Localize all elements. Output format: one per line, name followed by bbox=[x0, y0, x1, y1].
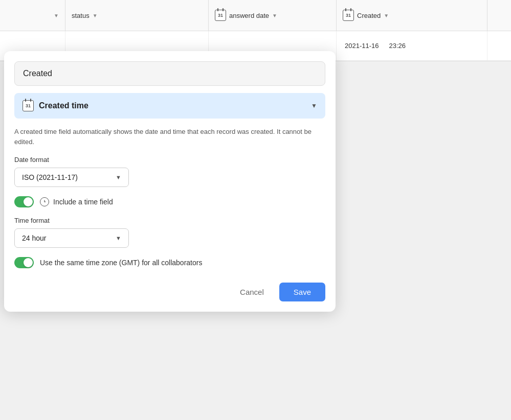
date-format-label: Date format bbox=[14, 156, 325, 164]
calendar-icon: 31 bbox=[343, 10, 354, 21]
time-format-select[interactable]: 24 hour ▼ bbox=[14, 228, 129, 248]
field-settings-modal: 31 Created time ▼ A created time field a… bbox=[4, 51, 336, 312]
timezone-row: Use the same time zone (GMT) for all col… bbox=[14, 257, 325, 268]
cell-created: 2021-11-16 23:26 bbox=[337, 31, 487, 60]
col-status-label: status bbox=[72, 12, 90, 19]
cancel-button[interactable]: Cancel bbox=[230, 283, 274, 301]
col-answered-date-label: answerd date bbox=[229, 12, 269, 19]
clock-icon bbox=[40, 197, 49, 206]
col-header-answered-date[interactable]: 31 answerd date ▼ bbox=[209, 0, 337, 31]
date-format-value: ISO (2021-11-17) bbox=[22, 173, 78, 181]
timezone-toggle[interactable] bbox=[14, 257, 34, 268]
field-name-input[interactable] bbox=[14, 61, 325, 86]
created-time: 23:26 bbox=[389, 42, 406, 50]
chevron-icon: ▼ bbox=[93, 13, 98, 18]
include-time-row: Include a time field bbox=[14, 196, 325, 207]
field-type-left: 31 Created time bbox=[23, 100, 88, 111]
chevron-icon: ▼ bbox=[54, 13, 59, 18]
timezone-label: Use the same time zone (GMT) for all col… bbox=[40, 259, 202, 267]
calendar-icon: 31 bbox=[23, 100, 34, 111]
include-time-toggle[interactable] bbox=[14, 196, 34, 207]
chevron-down-icon: ▼ bbox=[311, 102, 317, 109]
save-button[interactable]: Save bbox=[279, 283, 325, 301]
field-type-selector[interactable]: 31 Created time ▼ bbox=[14, 93, 325, 119]
time-format-value: 24 hour bbox=[22, 234, 46, 242]
created-date: 2021-11-16 bbox=[345, 42, 379, 50]
field-description: A created time field automatically shows… bbox=[14, 127, 325, 147]
col-header-status[interactable]: status ▼ bbox=[65, 0, 209, 31]
col-created-label: Created bbox=[357, 12, 381, 19]
include-time-label: Include a time field bbox=[40, 197, 113, 206]
chevron-icon: ▼ bbox=[384, 13, 389, 18]
col-header-empty[interactable]: ▼ bbox=[0, 0, 65, 31]
calendar-icon: 31 bbox=[215, 10, 226, 21]
chevron-down-icon: ▼ bbox=[116, 174, 121, 180]
button-row: Cancel Save bbox=[14, 277, 325, 301]
date-format-select[interactable]: ISO (2021-11-17) ▼ bbox=[14, 168, 129, 187]
time-format-label: Time format bbox=[14, 217, 325, 224]
table-header: ▼ status ▼ 31 answerd date ▼ 31 Created … bbox=[0, 0, 511, 31]
col-header-created[interactable]: 31 Created ▼ bbox=[337, 0, 487, 31]
chevron-down-icon: ▼ bbox=[116, 235, 121, 241]
chevron-icon: ▼ bbox=[272, 13, 277, 18]
field-type-label: Created time bbox=[39, 101, 88, 110]
